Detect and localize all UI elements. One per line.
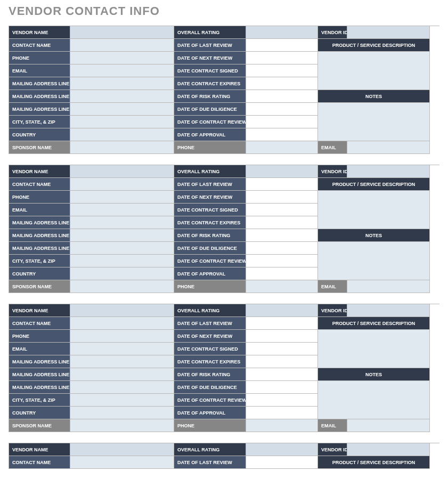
product-desc-field[interactable] <box>318 52 430 90</box>
date-next-review-field[interactable] <box>246 330 318 343</box>
sponsor-email-field[interactable] <box>347 419 430 432</box>
date-last-review-field[interactable] <box>246 39 318 52</box>
overall-rating-field[interactable] <box>246 26 318 39</box>
contact-name-field[interactable] <box>70 456 174 469</box>
overall-rating-field[interactable] <box>246 443 318 456</box>
date-last-review-label: DATE OF LAST REVIEW <box>174 317 246 330</box>
overall-rating-field[interactable] <box>246 304 318 317</box>
addr3-field[interactable] <box>70 242 174 255</box>
date-last-review-field[interactable] <box>246 317 318 330</box>
overall-rating-label: OVERALL RATING <box>174 26 246 39</box>
product-desc-field[interactable] <box>318 330 430 368</box>
city-state-zip-field[interactable] <box>70 255 174 267</box>
product-desc-label: PRODUCT / SERVICE DESCRIPTION <box>318 178 430 191</box>
addr3-field[interactable] <box>70 381 174 394</box>
date-due-diligence-label: DATE OF DUE DILIGENCE <box>174 242 246 255</box>
phone-field[interactable] <box>70 191 174 204</box>
date-contract-signed-field[interactable] <box>246 64 318 77</box>
phone-field[interactable] <box>70 330 174 343</box>
date-contract-review-field[interactable] <box>246 116 318 128</box>
email-field[interactable] <box>70 204 174 216</box>
vendor-id-field[interactable] <box>347 26 430 39</box>
date-contract-expires-field[interactable] <box>246 216 318 229</box>
date-last-review-field[interactable] <box>246 456 318 469</box>
vendor-id-field[interactable] <box>347 304 430 317</box>
addr3-label: MAILING ADDRESS LINE 3 <box>9 381 70 394</box>
date-contract-signed-label: DATE CONTRACT SIGNED <box>174 343 246 355</box>
vendor-block: VENDOR NAMEOVERALL RATINGVENDOR IDCONTAC… <box>9 165 439 293</box>
addr2-field[interactable] <box>70 229 174 242</box>
vendor-name-field[interactable] <box>70 443 174 456</box>
sponsor-phone-field[interactable] <box>246 280 318 293</box>
date-contract-signed-field[interactable] <box>246 204 318 216</box>
date-next-review-field[interactable] <box>246 191 318 204</box>
country-field[interactable] <box>70 267 174 280</box>
product-desc-field[interactable] <box>318 191 430 229</box>
overall-rating-label: OVERALL RATING <box>174 165 246 178</box>
notes-field[interactable] <box>318 381 430 419</box>
addr2-label: MAILING ADDRESS LINE 2 <box>9 368 70 381</box>
date-due-diligence-field[interactable] <box>246 242 318 255</box>
email-label: EMAIL <box>9 343 70 355</box>
date-due-diligence-label: DATE OF DUE DILIGENCE <box>174 103 246 116</box>
sponsor-phone-label: PHONE <box>174 280 246 293</box>
sponsor-name-field[interactable] <box>70 419 174 432</box>
vendor-id-label: VENDOR ID <box>318 26 347 39</box>
vendor-name-field[interactable] <box>70 165 174 178</box>
sponsor-email-field[interactable] <box>347 141 430 154</box>
date-contract-review-field[interactable] <box>246 394 318 407</box>
date-last-review-field[interactable] <box>246 178 318 191</box>
phone-field[interactable] <box>70 52 174 64</box>
date-risk-rating-field[interactable] <box>246 90 318 103</box>
date-approval-field[interactable] <box>246 407 318 419</box>
product-desc-label: PRODUCT / SERVICE DESCRIPTION <box>318 317 430 330</box>
phone-label: PHONE <box>9 191 70 204</box>
date-approval-field[interactable] <box>246 128 318 141</box>
sponsor-phone-field[interactable] <box>246 419 318 432</box>
date-due-diligence-field[interactable] <box>246 381 318 394</box>
date-contract-signed-field[interactable] <box>246 343 318 355</box>
addr3-field[interactable] <box>70 103 174 116</box>
date-due-diligence-field[interactable] <box>246 103 318 116</box>
country-field[interactable] <box>70 128 174 141</box>
city-state-zip-field[interactable] <box>70 394 174 407</box>
addr1-field[interactable] <box>70 77 174 90</box>
date-risk-rating-field[interactable] <box>246 229 318 242</box>
date-contract-expires-label: DATE CONTRACT EXPIRES <box>174 355 246 368</box>
addr1-field[interactable] <box>70 355 174 368</box>
sponsor-name-label: SPONSOR NAME <box>9 419 70 432</box>
vendor-name-field[interactable] <box>70 304 174 317</box>
date-contract-expires-field[interactable] <box>246 355 318 368</box>
vendor-block: VENDOR NAMEOVERALL RATINGVENDOR IDCONTAC… <box>9 304 439 432</box>
sponsor-name-field[interactable] <box>70 280 174 293</box>
addr2-field[interactable] <box>70 90 174 103</box>
email-field[interactable] <box>70 343 174 355</box>
country-label: COUNTRY <box>9 267 70 280</box>
date-next-review-label: DATE OF NEXT REVIEW <box>174 330 246 343</box>
date-approval-field[interactable] <box>246 267 318 280</box>
vendor-name-field[interactable] <box>70 26 174 39</box>
overall-rating-field[interactable] <box>246 165 318 178</box>
city-state-zip-field[interactable] <box>70 116 174 128</box>
date-contract-expires-field[interactable] <box>246 77 318 90</box>
date-next-review-label: DATE OF NEXT REVIEW <box>174 52 246 64</box>
vendor-id-field[interactable] <box>347 165 430 178</box>
sponsor-name-field[interactable] <box>70 141 174 154</box>
sponsor-phone-field[interactable] <box>246 141 318 154</box>
contact-name-field[interactable] <box>70 317 174 330</box>
notes-field[interactable] <box>318 242 430 280</box>
city-state-zip-label: CITY, STATE, & ZIP <box>9 394 70 407</box>
contact-name-field[interactable] <box>70 39 174 52</box>
country-field[interactable] <box>70 407 174 419</box>
addr2-field[interactable] <box>70 368 174 381</box>
vendor-id-field[interactable] <box>347 443 430 456</box>
date-risk-rating-field[interactable] <box>246 368 318 381</box>
addr1-field[interactable] <box>70 216 174 229</box>
email-field[interactable] <box>70 64 174 77</box>
date-contract-review-field[interactable] <box>246 255 318 267</box>
date-next-review-field[interactable] <box>246 52 318 64</box>
vendor-name-label: VENDOR NAME <box>9 304 70 317</box>
contact-name-field[interactable] <box>70 178 174 191</box>
sponsor-email-field[interactable] <box>347 280 430 293</box>
notes-field[interactable] <box>318 103 430 141</box>
